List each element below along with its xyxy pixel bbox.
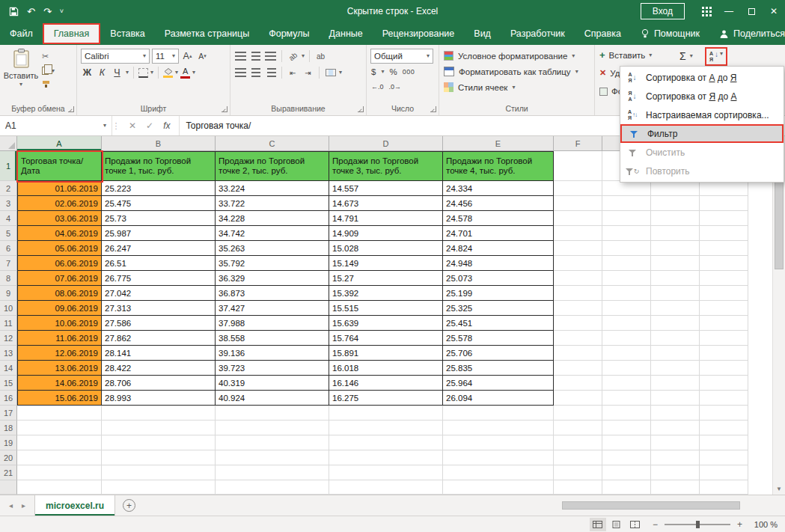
cell-I20[interactable] [700,450,748,465]
tab-Вид[interactable]: Вид [464,22,501,45]
cell-G3[interactable] [602,196,651,211]
increase-indent-button[interactable]: ⇥ [302,66,314,79]
fill-color-button[interactable] [163,68,173,78]
cell-B14[interactable]: 28.422 [102,361,216,376]
cell-G7[interactable] [602,256,651,271]
cell-D20[interactable] [329,450,443,465]
redo-icon[interactable]: ↷ [43,7,52,16]
cell-A1[interactable]: Торговая точка/ Дата [17,151,102,181]
cell-D21[interactable] [329,465,443,480]
cell-A14[interactable]: 13.06.2019 [17,361,102,376]
cell-F10[interactable] [554,301,602,316]
cell-H20[interactable] [651,450,700,465]
cell-B7[interactable]: 26.51 [102,256,216,271]
cell-C11[interactable]: 37.988 [216,316,329,331]
row-header-14[interactable]: 14 [0,361,17,376]
cell-H19[interactable] [651,435,700,450]
name-box[interactable]: A1 ▾ [0,116,112,135]
cell-B11[interactable]: 27.586 [102,316,216,331]
cell-B17[interactable] [102,406,216,421]
cell-I15[interactable] [700,376,748,391]
cell-I12[interactable] [700,331,748,346]
tab-Вставка[interactable]: Вставка [100,22,154,45]
cell-A5[interactable]: 04.06.2019 [17,226,102,241]
merge-center-button[interactable] [324,66,337,79]
cell-A18[interactable] [17,421,102,435]
column-header-E[interactable]: E [443,136,554,151]
cut-button[interactable]: ✂ [42,51,55,62]
undo-icon[interactable]: ↶ [27,7,35,16]
insert-function-icon[interactable]: fx [163,120,170,131]
cell-C4[interactable]: 34.228 [216,211,329,226]
insert-cells-button[interactable]: + Вставить ▾ [599,49,652,61]
cell-G6[interactable] [602,241,651,256]
bold-button[interactable]: Ж [81,66,94,79]
cell-B20[interactable] [102,450,216,465]
row-header-4[interactable]: 4 [0,211,17,226]
zoom-slider[interactable] [665,524,730,525]
enter-icon[interactable]: ✓ [146,120,153,131]
cell-H21[interactable] [651,465,700,480]
zoom-out-button[interactable]: − [653,519,658,530]
cell-H13[interactable] [651,346,700,361]
cell-E3[interactable]: 24.456 [443,196,554,211]
cell-E21[interactable] [443,465,554,480]
cell-A15[interactable]: 14.06.2019 [17,376,102,391]
cell-B9[interactable]: 27.042 [102,286,216,301]
increase-font-size-button[interactable]: А▴ [181,49,194,63]
row-header-15[interactable]: 15 [0,376,17,391]
cell-A13[interactable]: 12.06.2019 [17,346,102,361]
cancel-icon[interactable]: ✕ [129,120,136,131]
cell-B13[interactable]: 28.141 [102,346,216,361]
cell-F14[interactable] [554,361,602,376]
increase-decimal-button[interactable]: ←.0 [371,83,384,91]
cell-F16[interactable] [554,391,602,406]
cell-B16[interactable]: 28.993 [102,391,216,406]
sheet-nav-right-icon[interactable]: ▸ [22,501,25,510]
cell-F2[interactable] [554,181,602,196]
format-painter-button[interactable] [42,79,55,91]
sign-in-button[interactable]: Вход [641,3,685,19]
cell-I18[interactable] [700,421,748,435]
new-sheet-button[interactable]: + [123,499,135,512]
font-color-button[interactable]: А [180,67,190,79]
cell-E14[interactable]: 25.835 [443,361,554,376]
cell-E7[interactable]: 24.948 [443,256,554,271]
cell-F5[interactable] [554,226,602,241]
copy-button[interactable]: ▾ [42,65,55,76]
cell-F12[interactable] [554,331,602,346]
cell-I2[interactable] [700,181,748,196]
cell-E9[interactable]: 25.199 [443,286,554,301]
cell-partial[interactable] [700,480,748,495]
cell-I10[interactable] [700,301,748,316]
cell-A19[interactable] [17,435,102,450]
cell-F3[interactable] [554,196,602,211]
cell-H16[interactable] [651,391,700,406]
select-all-button[interactable] [0,136,17,151]
cell-F9[interactable] [554,286,602,301]
decrease-font-size-button[interactable]: А▾ [196,49,209,63]
cell-A4[interactable]: 03.06.2019 [17,211,102,226]
cell-A2[interactable]: 01.06.2019 [17,181,102,196]
cell-D9[interactable]: 15.392 [329,286,443,301]
cell-E8[interactable]: 25.073 [443,271,554,286]
cell-A17[interactable] [17,406,102,421]
borders-icon[interactable] [138,68,148,78]
cell-D4[interactable]: 14.791 [329,211,443,226]
minimize-button[interactable]: — [718,0,740,22]
cell-H4[interactable] [651,211,700,226]
cell-I3[interactable] [700,196,748,211]
row-header-3[interactable]: 3 [0,196,17,211]
cell-C20[interactable] [216,450,329,465]
horizontal-scrollbar[interactable] [560,495,785,516]
cell-G8[interactable] [602,271,651,286]
cell-G15[interactable] [602,376,651,391]
customize-qat-icon[interactable]: ˅ [60,8,64,15]
cell-H18[interactable] [651,421,700,435]
row-header-16[interactable]: 16 [0,391,17,406]
cell-F15[interactable] [554,376,602,391]
cell-H6[interactable] [651,241,700,256]
row-header-11[interactable]: 11 [0,316,17,331]
row-header-7[interactable]: 7 [0,256,17,271]
scroll-down-icon[interactable]: ▼ [773,483,785,495]
